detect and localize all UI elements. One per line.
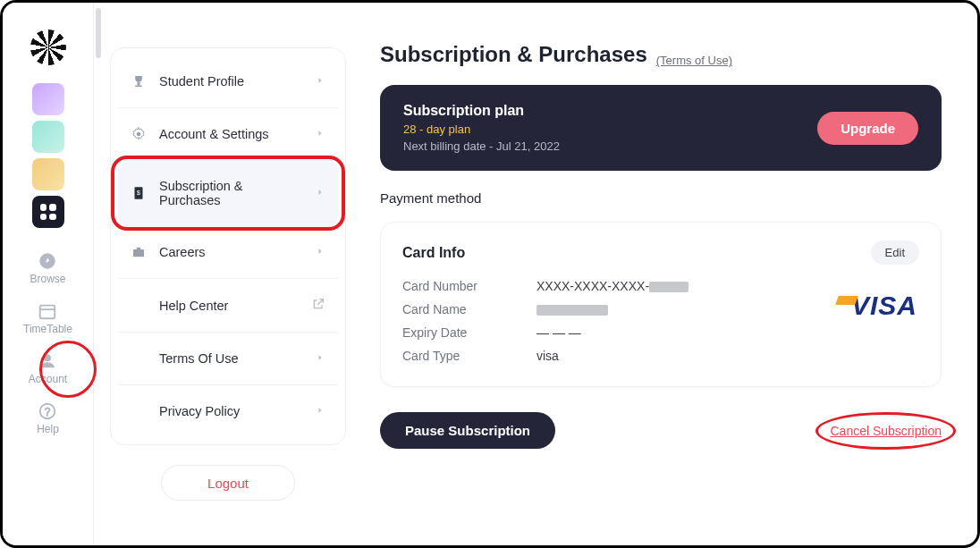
nav-help[interactable]: ? Help <box>23 401 72 435</box>
nav-label: Browse <box>30 273 65 285</box>
plan-name: 28 - day plan <box>403 122 560 136</box>
plan-next-billing: Next billing date - Jul 21, 2022 <box>403 139 560 153</box>
scrollbar-thumb[interactable] <box>96 8 101 58</box>
svg-point-4 <box>45 355 51 361</box>
page-title: Subscription & Purchases <box>380 42 647 67</box>
menu-label: Help Center <box>159 299 228 313</box>
nav-label: Help <box>37 423 59 435</box>
main-content: Subscription & Purchases (Terms of Use) … <box>362 3 977 545</box>
chevron-right-icon <box>315 245 325 259</box>
user-icon <box>38 351 57 371</box>
app-logo-icon[interactable] <box>30 30 66 65</box>
blank-icon <box>131 403 147 419</box>
svg-rect-7 <box>138 82 140 86</box>
chevron-right-icon <box>315 127 325 141</box>
svg-rect-13 <box>137 248 141 249</box>
briefcase-icon <box>131 244 147 260</box>
nav-label: Account <box>29 373 67 385</box>
menu-terms[interactable]: Terms Of Use <box>118 333 338 385</box>
help-icon: ? <box>38 401 57 421</box>
nav-items: Browse TimeTable Account <box>23 251 72 435</box>
svg-point-9 <box>137 132 141 137</box>
receipt-icon: $ <box>131 185 147 201</box>
terms-of-use-link[interactable]: (Terms of Use) <box>656 54 732 67</box>
external-link-icon <box>311 297 325 314</box>
compass-icon <box>38 251 57 271</box>
course-thumb[interactable] <box>32 158 64 190</box>
menu-careers[interactable]: Careers <box>118 226 338 279</box>
svg-rect-12 <box>133 249 144 257</box>
payment-method-heading: Payment method <box>380 190 942 206</box>
card-number-label: Card Number <box>402 279 501 293</box>
menu-help-center[interactable]: Help Center <box>118 279 338 333</box>
card-name-value <box>536 302 689 316</box>
card-type-value: visa <box>536 349 689 363</box>
card-expiry-value: — — — <box>536 325 689 340</box>
svg-rect-8 <box>135 86 142 88</box>
course-thumb[interactable] <box>32 121 64 153</box>
menu-account-settings[interactable]: Account & Settings <box>118 108 338 161</box>
card-number-value: XXXX-XXXX-XXXX- <box>536 279 689 293</box>
upgrade-button[interactable]: Upgrade <box>817 112 918 145</box>
subscription-plan-card: Subscription plan 28 - day plan Next bil… <box>380 85 942 171</box>
app-frame: Browse TimeTable Account <box>0 0 980 548</box>
menu-label: Student Profile <box>159 74 244 89</box>
menu-student-profile[interactable]: Student Profile <box>118 55 338 108</box>
nav-account[interactable]: Account <box>23 351 72 385</box>
course-thumb[interactable] <box>32 83 64 115</box>
cancel-subscription-link[interactable]: Cancel Subscription <box>830 424 942 438</box>
blank-icon <box>131 298 147 314</box>
settings-menu: Student Profile Account & Settings $ Sub <box>110 47 346 445</box>
calendar-icon <box>38 301 57 321</box>
nav-label: TimeTable <box>23 323 72 335</box>
plan-heading: Subscription plan <box>403 103 560 119</box>
apps-grid-button[interactable] <box>32 196 64 228</box>
gear-icon <box>131 126 147 142</box>
menu-label: Subscription & Purchases <box>159 179 302 207</box>
course-thumbs <box>32 83 64 228</box>
card-info-title: Card Info <box>402 245 465 261</box>
menu-label: Privacy Policy <box>159 404 240 418</box>
logout-button[interactable]: Logout <box>161 465 295 501</box>
card-name-label: Card Name <box>402 302 501 316</box>
edit-card-button[interactable]: Edit <box>871 240 919 265</box>
settings-panel: Student Profile Account & Settings $ Sub <box>94 3 362 545</box>
chevron-right-icon <box>315 404 325 418</box>
chevron-right-icon <box>315 74 325 89</box>
nav-browse[interactable]: Browse <box>23 251 72 285</box>
chevron-right-icon <box>315 351 325 366</box>
menu-label: Careers <box>159 245 206 259</box>
menu-label: Terms Of Use <box>159 351 239 366</box>
trophy-icon <box>131 73 147 89</box>
pause-subscription-button[interactable]: Pause Subscription <box>380 412 555 449</box>
svg-text:$: $ <box>137 190 140 196</box>
svg-rect-2 <box>40 306 55 319</box>
menu-subscription-purchases[interactable]: $ Subscription & Purchases <box>118 161 338 226</box>
nav-timetable[interactable]: TimeTable <box>23 301 72 335</box>
chevron-right-icon <box>315 186 325 200</box>
menu-label: Account & Settings <box>159 127 269 141</box>
card-type-label: Card Type <box>402 349 501 363</box>
card-info-panel: Card Info Edit Card Number Card Name Exp… <box>380 222 942 387</box>
menu-privacy[interactable]: Privacy Policy <box>118 385 338 437</box>
blank-icon <box>131 350 147 367</box>
visa-logo-icon: VISA <box>851 291 917 321</box>
left-sidebar: Browse TimeTable Account <box>3 3 94 545</box>
svg-text:?: ? <box>45 406 51 418</box>
card-expiry-label: Expiry Date <box>402 325 501 340</box>
